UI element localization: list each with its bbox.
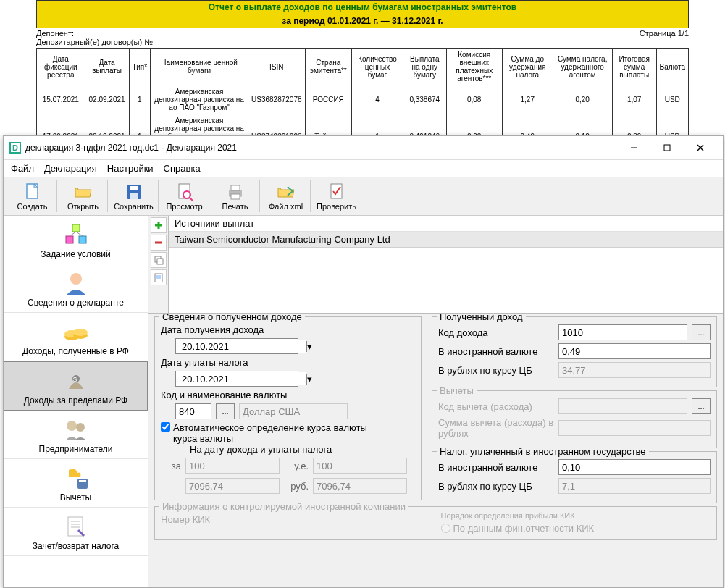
- svg-line-21: [70, 232, 76, 236]
- svg-point-31: [76, 423, 85, 432]
- menu-file[interactable]: Файл: [11, 163, 34, 174]
- rate-val-1: [185, 478, 280, 494]
- close-button[interactable]: [684, 139, 717, 156]
- sidebar-income-foreign[interactable]: $ Доходы за пределами РФ: [4, 361, 148, 411]
- kik-radio-1: [441, 524, 450, 533]
- sidebar-entrepreneur[interactable]: Предприниматели: [4, 411, 148, 459]
- currency-name: [239, 403, 348, 419]
- rate-val-2: [313, 478, 407, 494]
- col-header: Итоговая сумма выплаты: [612, 49, 656, 85]
- col-header: Количество ценных бумаг: [352, 49, 403, 85]
- sidebar-conditions[interactable]: Задание условий: [4, 216, 148, 264]
- currency-lookup-button[interactable]: ...: [216, 403, 235, 419]
- sidebar-offset[interactable]: Зачет/возврат налога: [4, 508, 148, 556]
- menu-bar: Файл Декларация Настройки Справка: [4, 160, 723, 177]
- window-title: декларация 3-ндфл 2021 год.dc1 - Деклара…: [25, 143, 617, 153]
- menu-help[interactable]: Справка: [164, 163, 201, 174]
- app-window: D декларация 3-ндфл 2021 год.dc1 - Декла…: [3, 135, 724, 588]
- tool-xml[interactable]: Файл xml: [261, 180, 311, 212]
- deduction-code: [558, 398, 687, 414]
- deduction-lookup[interactable]: ...: [692, 398, 711, 414]
- income-code-lookup[interactable]: ...: [692, 324, 711, 340]
- col-header: Тип*: [129, 49, 151, 85]
- maximize-button[interactable]: [650, 139, 684, 156]
- table-row: 15.07.202102.09.20211Американская депози…: [37, 85, 689, 114]
- tool-open[interactable]: Открыть: [59, 180, 108, 212]
- title-bar: D декларация 3-ндфл 2021 год.dc1 - Декла…: [4, 136, 723, 160]
- svg-point-27: [73, 329, 88, 336]
- col-header: Выплата на одну бумагу: [403, 49, 446, 85]
- svg-rect-9: [130, 186, 138, 190]
- toolbar: Создать Открыть Сохранить Просмотр Печат…: [4, 177, 723, 216]
- foreign-tax-fieldset: Налог, уплаченный в иностранном государс…: [432, 451, 717, 503]
- tool-print[interactable]: Печать: [211, 180, 260, 212]
- svg-rect-3: [664, 145, 670, 151]
- add-source-button[interactable]: [151, 217, 167, 233]
- copy-source-button[interactable]: [151, 252, 167, 268]
- tool-check[interactable]: Проверить: [312, 180, 361, 212]
- col-header: ISIN: [248, 49, 306, 85]
- svg-rect-15: [231, 185, 240, 190]
- sources-area: Источники выплат Taiwan Semiconductor Ma…: [148, 216, 723, 314]
- tax-rubles: [558, 478, 711, 494]
- source-row[interactable]: Taiwan Semiconductor Manufacturing Compa…: [169, 232, 723, 248]
- tool-save[interactable]: Сохранить: [109, 180, 159, 212]
- menu-declaration[interactable]: Декларация: [44, 163, 97, 174]
- minimize-button[interactable]: [617, 139, 650, 156]
- currency-code-input[interactable]: [175, 403, 211, 419]
- svg-rect-10: [130, 193, 138, 199]
- col-header: Сумма налога, удержанного агентом: [553, 49, 612, 85]
- sidebar-declarant[interactable]: Сведения о декларанте: [4, 264, 148, 313]
- deduction-sum: [558, 420, 711, 436]
- menu-settings[interactable]: Настройки: [107, 163, 154, 174]
- svg-text:$: $: [73, 376, 77, 383]
- remove-source-button[interactable]: [151, 235, 167, 251]
- deductions-fieldset: Вычеты Код вычета (расхода) ... Сумма вы…: [432, 390, 717, 448]
- date-received-input[interactable]: ▾: [175, 338, 298, 354]
- svg-rect-42: [157, 259, 163, 264]
- svg-rect-19: [79, 236, 86, 243]
- income-received-fieldset: Полученный доход Код дохода ... В иностр…: [432, 316, 717, 387]
- col-header: Сумма до удержания налога: [502, 49, 553, 85]
- report-title-2: за период 01.01.2021 г. — 31.12.2021 г.: [36, 14, 689, 28]
- income-code-input[interactable]: [558, 324, 687, 340]
- auto-rate-checkbox[interactable]: [161, 422, 170, 432]
- dropdown-icon[interactable]: ▾: [306, 374, 312, 385]
- svg-line-22: [76, 232, 83, 236]
- rate-units-2: [313, 458, 407, 474]
- deponent-label: Депонент:: [36, 29, 153, 38]
- app-icon: D: [9, 142, 21, 154]
- svg-rect-17: [331, 184, 342, 198]
- svg-point-23: [70, 273, 82, 285]
- sidebar: Задание условий Сведения о декларанте До…: [4, 216, 148, 587]
- sources-header: Источники выплат: [169, 216, 723, 232]
- col-header: Страна эмитента**: [305, 49, 351, 85]
- svg-rect-18: [66, 236, 73, 243]
- sidebar-deductions[interactable]: Вычеты: [4, 459, 148, 508]
- svg-text:D: D: [12, 143, 18, 152]
- svg-rect-20: [72, 224, 80, 232]
- col-header: Комиссия внешних платежных агентов***: [446, 49, 502, 85]
- col-header: Валюта: [656, 49, 688, 85]
- contract-label: Депозитарный(е) договор(ы) №: [36, 38, 153, 46]
- tool-preview[interactable]: Просмотр: [160, 180, 209, 212]
- income-info-fieldset: Сведения о полученном доходе Дата получе…: [154, 316, 422, 500]
- col-header: Дата выплаты: [85, 49, 129, 85]
- svg-rect-16: [231, 194, 240, 199]
- dropdown-icon[interactable]: ▾: [306, 341, 312, 352]
- svg-line-13: [190, 198, 193, 201]
- svg-point-30: [67, 421, 77, 431]
- rate-units-1: [185, 458, 280, 474]
- income-foreign-input[interactable]: [558, 343, 711, 359]
- edit-source-button[interactable]: [151, 269, 167, 285]
- date-tax-input[interactable]: ▾: [175, 371, 298, 387]
- details-panel: Сведения о полученном доходе Дата получе…: [148, 314, 723, 587]
- svg-rect-33: [79, 480, 86, 482]
- sidebar-income-rf[interactable]: Доходы, полученные в РФ: [4, 313, 148, 361]
- col-header: Наименование ценной бумаги: [151, 49, 248, 85]
- tool-create[interactable]: Создать: [8, 180, 57, 212]
- report-title-1: Отчет о выплате доходов по ценным бумага…: [36, 0, 689, 14]
- col-header: Дата фиксации реестра: [37, 49, 85, 85]
- tax-foreign-input[interactable]: [558, 459, 711, 475]
- income-rubles: [558, 362, 711, 378]
